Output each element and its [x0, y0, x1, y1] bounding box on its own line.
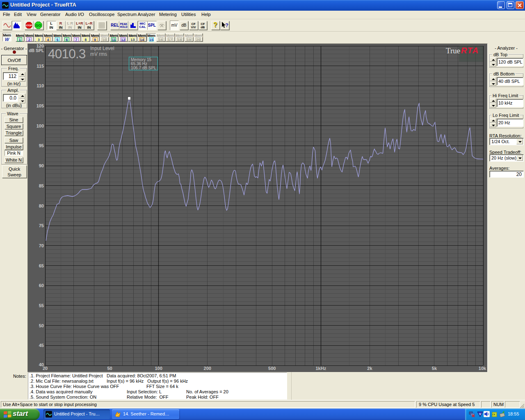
svg-text:106.7 dB SPL: 106.7 dB SPL: [131, 66, 156, 70]
svg-text:RTA: RTA: [461, 46, 479, 55]
svg-text:1kHz: 1kHz: [315, 366, 326, 371]
svg-text:200: 200: [204, 366, 211, 371]
svg-text:500: 500: [268, 366, 276, 371]
svg-text:?: ?: [225, 22, 228, 28]
svg-text:115: 115: [37, 64, 44, 68]
svg-text:75: 75: [39, 223, 44, 228]
svg-text:80: 80: [39, 203, 44, 208]
svg-text:100: 100: [37, 123, 44, 128]
svg-text:2k: 2k: [367, 366, 372, 371]
svg-text:STOP: STOP: [25, 24, 32, 27]
svg-text:110: 110: [37, 83, 44, 88]
svg-text:mV rms: mV rms: [90, 51, 107, 57]
svg-text:85: 85: [39, 183, 44, 188]
svg-text:55: 55: [39, 303, 44, 308]
svg-text:4010.3: 4010.3: [48, 46, 86, 61]
svg-text:5k: 5k: [432, 366, 437, 371]
svg-text:10k: 10k: [479, 366, 486, 371]
svg-text:90: 90: [39, 163, 44, 168]
svg-text:True: True: [446, 46, 460, 55]
svg-text:50: 50: [107, 366, 112, 371]
svg-text:20: 20: [43, 366, 48, 371]
svg-text:70: 70: [39, 243, 44, 248]
svg-text:50: 50: [39, 323, 44, 328]
svg-text:45: 45: [39, 343, 44, 348]
svg-text:Input Level: Input Level: [90, 46, 114, 51]
svg-text:105: 105: [37, 103, 44, 108]
svg-text:dB SPL: dB SPL: [29, 48, 44, 53]
svg-text:95: 95: [39, 143, 44, 148]
svg-text:65: 65: [39, 263, 44, 268]
svg-text:GO: GO: [35, 23, 41, 27]
svg-text:V: V: [479, 412, 482, 416]
svg-text:60: 60: [39, 283, 44, 288]
svg-text:100: 100: [155, 366, 162, 371]
